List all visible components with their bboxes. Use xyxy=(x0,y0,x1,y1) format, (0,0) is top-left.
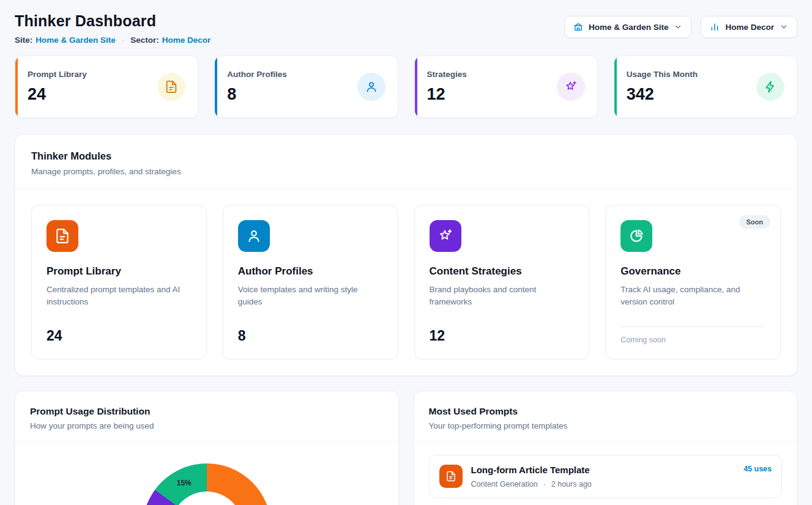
module-count: 8 xyxy=(238,328,383,344)
thinker-modules-panel: Thinker Modules Manage prompts, profiles… xyxy=(15,134,797,376)
stat-card-author-profiles: Author Profiles 8 xyxy=(214,56,398,118)
stat-label: Strategies xyxy=(427,70,467,79)
bolt-icon xyxy=(756,73,784,101)
panel-header: Thinker Modules Manage prompts, profiles… xyxy=(15,135,797,188)
sparkle-glyph xyxy=(564,80,578,94)
chevron-down-icon xyxy=(674,23,682,31)
module-title: Author Profiles xyxy=(238,265,383,278)
module-card-content-strategies[interactable]: Content Strategies Brand playbooks and c… xyxy=(414,205,590,359)
stats-row: Prompt Library 24 Author Profiles 8 xyxy=(15,56,797,118)
sector-dropdown[interactable]: Home Decor xyxy=(701,16,797,38)
bottom-row: Prompt Usage Distribution How your promp… xyxy=(15,391,797,505)
person-icon xyxy=(238,220,270,252)
sector-dropdown-label: Home Decor xyxy=(725,23,774,32)
accent-bar xyxy=(15,56,18,117)
pie-chart-icon xyxy=(620,220,652,252)
stat-label: Usage This Month xyxy=(627,70,698,79)
modules-grid: Prompt Library Centralized prompt templa… xyxy=(15,189,797,375)
accent-bar xyxy=(215,56,217,117)
stat-value: 24 xyxy=(28,85,87,104)
site-label: Site: xyxy=(15,35,32,45)
stat-info: Strategies 12 xyxy=(427,70,467,104)
prompt-meta: Content Generation · 2 hours ago xyxy=(471,480,592,488)
stat-label: Prompt Library xyxy=(28,70,87,79)
accent-bar xyxy=(415,56,417,117)
bar-chart-icon xyxy=(710,22,720,32)
header-left: Thinker Dashboard Site: Home & Garden Si… xyxy=(15,12,210,45)
donut-segment-label: 15% xyxy=(177,479,192,487)
stat-value: 8 xyxy=(227,85,287,104)
panel-subtitle: Manage prompts, profiles, and strategies xyxy=(31,167,781,176)
module-title: Content Strategies xyxy=(430,265,575,278)
stat-value: 12 xyxy=(427,85,467,104)
soon-badge: Soon xyxy=(739,215,771,229)
page-title: Thinker Dashboard xyxy=(15,12,210,30)
coming-soon-label: Coming soon xyxy=(620,326,765,344)
chart-area: 15% xyxy=(15,441,398,505)
module-description: Brand playbooks and content frameworks xyxy=(430,284,575,309)
stat-card-usage: Usage This Month 342 xyxy=(614,56,797,118)
sparkle-icon xyxy=(430,220,461,252)
chevron-down-icon xyxy=(780,23,788,31)
stat-value: 342 xyxy=(627,85,698,104)
most-used-prompts-card: Most Used Prompts Your top-performing pr… xyxy=(414,391,798,505)
card-subtitle: Your top-performing prompt templates xyxy=(429,421,783,430)
meta-separator: · xyxy=(122,35,125,45)
panel-title: Thinker Modules xyxy=(31,150,781,162)
card-subtitle: How your prompts are being used xyxy=(30,421,384,430)
document-icon xyxy=(157,73,185,101)
card-title: Prompt Usage Distribution xyxy=(30,406,384,417)
card-title: Most Used Prompts xyxy=(429,406,783,417)
document-glyph xyxy=(165,80,178,94)
sector-link[interactable]: Home Decor xyxy=(162,35,211,45)
module-description: Centralized prompt templates and AI inst… xyxy=(47,284,192,309)
module-card-prompt-library[interactable]: Prompt Library Centralized prompt templa… xyxy=(31,205,207,359)
module-count: 24 xyxy=(47,328,192,344)
document-icon xyxy=(47,220,78,252)
accent-bar xyxy=(614,56,617,117)
prompt-time: 2 hours ago xyxy=(551,480,592,488)
module-count: 12 xyxy=(430,328,575,344)
donut-hole xyxy=(171,492,243,505)
site-sector-meta: Site: Home & Garden Site · Sector: Home … xyxy=(15,35,210,45)
stat-info: Author Profiles 8 xyxy=(227,70,287,104)
module-title: Prompt Library xyxy=(47,265,192,278)
module-card-author-profiles[interactable]: Author Profiles Voice templates and writ… xyxy=(223,205,398,359)
top-bar: Thinker Dashboard Site: Home & Garden Si… xyxy=(15,12,797,45)
header-controls: Home & Garden Site Home Decor xyxy=(564,16,797,38)
stat-label: Author Profiles xyxy=(227,70,287,79)
sector-label: Sector: xyxy=(130,35,159,45)
card-header: Most Used Prompts Your top-performing pr… xyxy=(414,391,797,441)
uses-badge: 45 uses xyxy=(743,465,772,473)
site-link[interactable]: Home & Garden Site xyxy=(35,35,116,45)
sparkle-icon xyxy=(557,73,585,101)
meta-separator: · xyxy=(543,480,546,488)
prompt-category: Content Generation xyxy=(471,480,538,488)
document-icon xyxy=(439,465,463,488)
donut-chart: 15% xyxy=(143,463,271,505)
prompt-title: Long-form Article Template xyxy=(471,465,592,475)
prompt-text: Long-form Article Template Content Gener… xyxy=(471,465,592,488)
module-title: Governance xyxy=(620,265,765,278)
stat-info: Usage This Month 342 xyxy=(627,70,698,104)
module-card-governance[interactable]: Soon Governance Track AI usage, complian… xyxy=(605,205,781,359)
module-description: Voice templates and writing style guides xyxy=(238,284,383,309)
card-header: Prompt Usage Distribution How your promp… xyxy=(15,391,398,441)
building-icon xyxy=(573,22,583,32)
stat-card-prompt-library: Prompt Library 24 xyxy=(15,56,198,118)
stat-card-strategies: Strategies 12 xyxy=(414,56,598,118)
site-dropdown-label: Home & Garden Site xyxy=(589,23,669,32)
dashboard-page: Thinker Dashboard Site: Home & Garden Si… xyxy=(0,0,812,505)
person-glyph xyxy=(365,80,378,94)
site-dropdown[interactable]: Home & Garden Site xyxy=(564,16,692,38)
bolt-glyph xyxy=(764,80,777,94)
prompt-list: Long-form Article Template Content Gener… xyxy=(414,441,797,505)
person-icon xyxy=(357,73,386,101)
stat-info: Prompt Library 24 xyxy=(28,70,87,104)
prompt-usage-card: Prompt Usage Distribution How your promp… xyxy=(15,391,399,505)
module-description: Track AI usage, compliance, and version … xyxy=(620,284,765,309)
list-item[interactable]: Long-form Article Template Content Gener… xyxy=(429,455,783,498)
